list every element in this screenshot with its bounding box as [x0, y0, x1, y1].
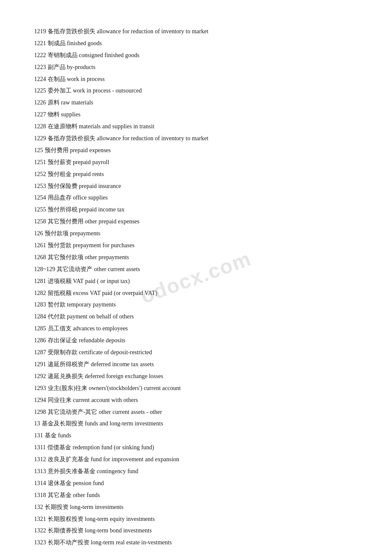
- line: 1323 长期不动产投资 long-term real estate in-ve…: [34, 537, 358, 549]
- line: 1318 其它基金 other funds: [34, 489, 358, 501]
- line: 1314 退休基金 pension fund: [34, 477, 358, 489]
- line: 131 基金 funds: [34, 430, 358, 442]
- line: 1223 副产品 by-products: [34, 61, 358, 73]
- line: 1322 长期债券投资 long-term bond investments: [34, 525, 358, 537]
- line: 1283 暂付款 temporary payments: [34, 299, 358, 311]
- line: 1225 委外加工 work in process - outsourced: [34, 85, 358, 97]
- line: 1258 其它预付费用 other prepaid expenses: [34, 216, 358, 228]
- line: 128~129 其它流动资产 other current assets: [34, 263, 358, 275]
- line: 1293 业主(股东)往来 owners'(stockholders') cur…: [34, 382, 358, 394]
- line: 1226 原料 raw materials: [34, 97, 358, 109]
- line: 1313 意外损失准备基金 contingency fund: [34, 465, 358, 477]
- line: 1291 递延所得税资产 deferred income tax assets: [34, 358, 358, 370]
- line: 1219 备抵存货跌价损失 allowance for reduction of…: [34, 26, 358, 38]
- line: 1298 其它流动资产-其它 other current assets - ot…: [34, 406, 358, 418]
- line: 1294 同业往来 current account with others: [34, 394, 358, 406]
- line: 132 长期投资 long-term investments: [34, 501, 358, 513]
- line: 1286 存出保证金 refundable deposits: [34, 335, 358, 347]
- line: 1229 备抵存货跌价损失 allowance for reduction of…: [34, 133, 358, 145]
- line: 1312 改良及扩充基金 fund for improvement and ex…: [34, 454, 358, 465]
- line: 1268 其它预付款项 other prepayments: [34, 251, 358, 263]
- line: 1285 员工借支 advances to employees: [34, 323, 358, 335]
- line: 1227 物料 supplies: [34, 109, 358, 121]
- line: 1321 长期股权投资 long-term equity investments: [34, 513, 358, 525]
- line: 1292 递延兑换损失 deferred foreign exchange lo…: [34, 370, 358, 382]
- line: 1252 预付租金 prepaid rents: [34, 168, 358, 180]
- line: 1254 用品盘存 office supplies: [34, 192, 358, 204]
- line: 126 预付款项 prepayments: [34, 228, 358, 240]
- line: 13 基金及长期投资 funds and long-term investmen…: [34, 418, 358, 430]
- line: 1224 在制品 work in process: [34, 73, 358, 85]
- line: 1284 代付款 payment on behalf of others: [34, 311, 358, 323]
- content-area: 1219 备抵存货跌价损失 allowance for reduction of…: [34, 26, 358, 549]
- line: 1311 偿债基金 redemption fund (or sinking fu…: [34, 442, 358, 454]
- line: 1228 在途原物料 materials and supplies in tra…: [34, 121, 358, 133]
- line: 1281 进项税额 VAT paid ( or input tax): [34, 275, 358, 287]
- line: 125 预付费用 prepaid expenses: [34, 145, 358, 156]
- line: 1261 预付货款 prepayment for purchases: [34, 240, 358, 251]
- line: 1255 预付所得税 prepaid income tax: [34, 204, 358, 216]
- line: 1253 预付保险费 prepaid insurance: [34, 180, 358, 192]
- line: 1222 寄销制成品 consigned finished goods: [34, 49, 358, 61]
- line: 1282 留抵税额 excess VAT paid (or overpaid V…: [34, 287, 358, 299]
- lines-container: 1219 备抵存货跌价损失 allowance for reduction of…: [34, 26, 358, 549]
- line: 1287 受限制存款 certificate of deposit-restri…: [34, 347, 358, 358]
- line: 1221 制成品 finished goods: [34, 38, 358, 49]
- line: 1251 预付薪资 prepaid payroll: [34, 156, 358, 168]
